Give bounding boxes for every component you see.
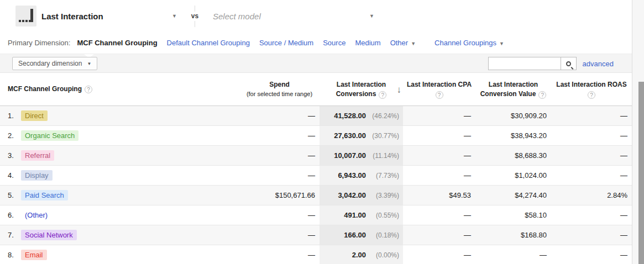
scrollbar-track	[632, 0, 644, 264]
roas-value: —	[551, 106, 632, 125]
conversions-percent: (7.73%)	[366, 172, 399, 179]
channel-chip[interactable]: Direct	[21, 110, 48, 121]
help-icon[interactable]	[85, 86, 92, 93]
search-icon	[566, 61, 571, 66]
cpa-value: $49.53	[403, 186, 475, 205]
table-toolbar: Secondary dimension ▼ advanced	[0, 54, 632, 73]
search-button[interactable]	[561, 57, 577, 70]
conversion-value: $8,688.30	[475, 146, 551, 165]
conversion-value: —	[475, 245, 551, 264]
cpa-value: —	[403, 205, 475, 225]
primary-dimension-selected[interactable]: MCF Channel Grouping	[77, 39, 157, 47]
row-rank: 3.	[8, 151, 21, 160]
mcf-attribution-report: Last Interaction ▼ vs Select model ▼ Pri…	[0, 0, 644, 264]
conversions-percent: (3.39%)	[366, 192, 399, 199]
advanced-search-link[interactable]: advanced	[583, 60, 614, 68]
column-header-conversion-value[interactable]: Last Interaction Conversion Value	[475, 73, 551, 105]
primary-dimension-bar: Primary Dimension: MCF Channel Grouping …	[0, 32, 632, 54]
spend-value: —	[239, 126, 320, 145]
compare-model-dropdown[interactable]: Select model ▼	[213, 0, 374, 32]
sort-descending-icon[interactable]: ↓	[397, 85, 402, 94]
cpa-value: —	[403, 146, 475, 165]
channel-groupings-dropdown[interactable]: Channel Groupings▼	[434, 39, 504, 47]
primary-dimension-option-source-medium[interactable]: Source / Medium	[259, 39, 313, 47]
channel-chip[interactable]: Display	[21, 170, 53, 181]
spend-value: —	[239, 166, 320, 185]
spend-value: —	[239, 245, 320, 264]
conversions-value: 2.00 (0.00%)	[320, 245, 403, 264]
help-icon[interactable]	[538, 91, 546, 99]
table-row: 5. Paid Search $150,671.66 3,042.00 (3.3…	[0, 186, 632, 205]
model-comparison-bar: Last Interaction ▼ vs Select model ▼	[0, 0, 632, 32]
channel-chip[interactable]: (Other)	[21, 210, 51, 220]
row-rank: 4.	[8, 171, 21, 179]
search-input[interactable]	[488, 57, 561, 70]
column-header-spend[interactable]: Spend (for selected time range)	[239, 73, 320, 105]
conversions-percent: (0.55%)	[366, 212, 399, 219]
chevron-down-icon: ▼	[87, 61, 91, 66]
scrollbar-thumb[interactable]	[638, 82, 644, 264]
row-rank: 5.	[8, 191, 21, 199]
conversions-percent: (46.24%)	[366, 112, 399, 120]
conversions-percent: (30.77%)	[366, 132, 399, 140]
row-rank: 1.	[8, 112, 21, 120]
primary-dimension-other-dropdown[interactable]: Other▼	[390, 39, 416, 47]
conversions-value: 3,042.00 (3.39%)	[320, 186, 403, 205]
conversions-percent: (11.14%)	[366, 152, 399, 160]
primary-dimension-option-medium[interactable]: Medium	[355, 39, 380, 47]
channel-chip[interactable]: Referral	[21, 150, 54, 161]
roas-value: —	[551, 166, 632, 185]
cpa-value: —	[403, 245, 475, 264]
model-selector-dropdown[interactable]: Last Interaction ▼	[41, 0, 177, 32]
conversions-value: 27,630.00 (30.77%)	[320, 126, 403, 145]
conversion-value: $168.80	[475, 225, 551, 245]
conversion-value: $30,909.20	[475, 106, 551, 125]
chevron-down-icon: ▼	[172, 13, 177, 19]
channel-chip[interactable]: Paid Search	[21, 190, 68, 200]
cpa-value: —	[403, 166, 475, 185]
roas-value: —	[551, 126, 632, 145]
table-row: 7. Social Network — 166.00 (0.18%) — $16…	[0, 225, 632, 245]
help-icon[interactable]	[379, 91, 386, 99]
primary-dimension-option-source[interactable]: Source	[323, 39, 345, 47]
spend-value: —	[239, 225, 320, 245]
cpa-value: —	[403, 106, 475, 125]
cpa-value: —	[403, 225, 475, 245]
row-rank: 2.	[8, 131, 21, 140]
column-header-roas[interactable]: Last Interaction ROAS	[551, 73, 632, 105]
roas-value: —	[551, 146, 632, 165]
chevron-down-icon: ▼	[499, 41, 504, 46]
conversions-value: 491.00 (0.55%)	[320, 205, 403, 225]
spend-value: —	[239, 106, 320, 125]
primary-dimension-label: Primary Dimension:	[8, 39, 70, 47]
spend-value: —	[239, 146, 320, 165]
primary-dimension-option-default-channel-grouping[interactable]: Default Channel Grouping	[167, 39, 250, 47]
channel-chip[interactable]: Email	[21, 250, 47, 260]
channel-chip[interactable]: Organic Search	[21, 130, 78, 141]
conversions-value: 10,007.00 (11.14%)	[320, 146, 403, 165]
table-body: 1. Direct — 41,528.00 (46.24%) — $30,909…	[0, 106, 632, 264]
conversion-value: $4,274.40	[475, 186, 551, 205]
secondary-dimension-button[interactable]: Secondary dimension ▼	[12, 57, 97, 70]
table-row: 8. Email — 2.00 (0.00%) — — —	[0, 245, 632, 264]
channel-chip[interactable]: Social Network	[21, 230, 77, 240]
conversion-value: $58.10	[475, 205, 551, 225]
help-icon[interactable]	[588, 91, 595, 99]
conversions-value: 41,528.00 (46.24%)	[320, 106, 403, 125]
conversions-value: 166.00 (0.18%)	[320, 225, 403, 245]
conversions-value: 6,943.00 (7.73%)	[320, 166, 403, 185]
last-interaction-model-icon	[15, 6, 36, 27]
table-row: 3. Referral — 10,007.00 (11.14%) — $8,68…	[0, 146, 632, 166]
help-icon[interactable]	[436, 91, 443, 99]
cpa-value: —	[403, 126, 475, 145]
table-search: advanced	[488, 57, 614, 70]
conversions-percent: (0.00%)	[366, 251, 399, 259]
column-header-cpa[interactable]: Last Interaction CPA	[403, 73, 475, 105]
table-row: 6. (Other) — 491.00 (0.55%) — $58.10 —	[0, 205, 632, 225]
conversions-percent: (0.18%)	[366, 231, 399, 239]
roas-value: —	[551, 205, 632, 225]
column-header-channel[interactable]: MCF Channel Grouping	[0, 73, 239, 105]
table-row: 2. Organic Search — 27,630.00 (30.77%) —…	[0, 126, 632, 146]
column-header-conversions[interactable]: Last Interaction Conversions ↓	[320, 73, 403, 105]
conversion-value: $38,943.20	[475, 126, 551, 145]
